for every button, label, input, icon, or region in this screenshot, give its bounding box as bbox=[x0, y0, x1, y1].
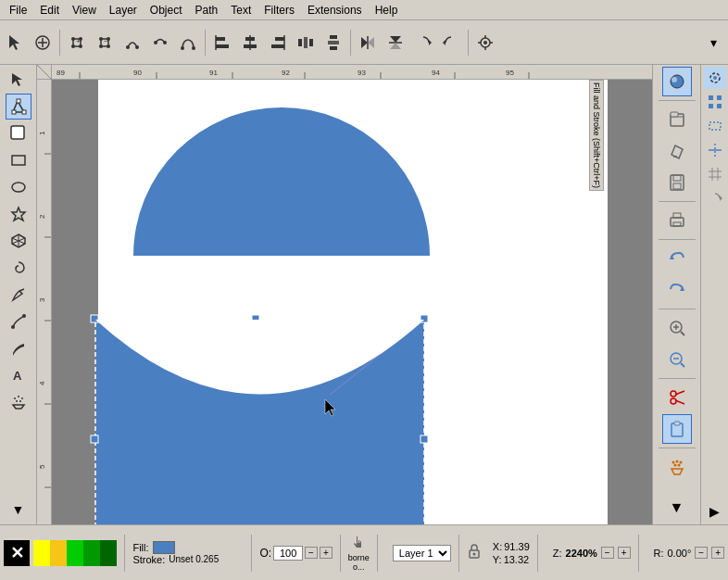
toolbar-align-right[interactable] bbox=[265, 30, 291, 56]
rp-clipboard[interactable] bbox=[662, 414, 692, 444]
toolbar-move-indicator[interactable] bbox=[30, 30, 56, 56]
svg-point-60 bbox=[18, 396, 19, 397]
opacity-input[interactable] bbox=[273, 546, 303, 561]
color-swatch[interactable] bbox=[100, 540, 117, 566]
menu-file[interactable]: File bbox=[4, 3, 32, 18]
snap-bbox-icon[interactable] bbox=[704, 115, 726, 137]
tool-ellipse[interactable] bbox=[6, 174, 31, 200]
tool-node-editor[interactable] bbox=[6, 94, 31, 120]
lock-icon[interactable] bbox=[467, 544, 482, 561]
rp-files[interactable] bbox=[662, 105, 692, 134]
y-label: Y: bbox=[493, 554, 502, 565]
rp-save[interactable] bbox=[662, 168, 692, 197]
color-palette[interactable] bbox=[33, 540, 117, 566]
fill-stroke-panel-tab[interactable]: Fill and Stroke (Shift+Ctrl+F) bbox=[589, 80, 604, 191]
rp-redo[interactable] bbox=[662, 275, 692, 305]
menu-path[interactable]: Path bbox=[190, 3, 224, 18]
tool-pen[interactable] bbox=[6, 309, 31, 334]
svg-point-135 bbox=[673, 464, 676, 467]
layer-select[interactable]: Layer 1 bbox=[393, 545, 451, 561]
rotation-minus[interactable]: − bbox=[695, 547, 708, 559]
toolbar-overflow[interactable]: ▾ bbox=[700, 30, 726, 56]
rp-scissors[interactable] bbox=[662, 383, 692, 412]
color-swatch[interactable] bbox=[50, 540, 67, 566]
menu-edit[interactable]: Edit bbox=[34, 3, 65, 18]
rotation-plus[interactable]: + bbox=[711, 547, 724, 559]
tool-calligraphy[interactable] bbox=[6, 335, 31, 361]
snap-nodes-icon[interactable] bbox=[704, 91, 726, 113]
rp-spray2[interactable] bbox=[662, 452, 692, 482]
snap-arrow-right[interactable]: ▶ bbox=[704, 500, 726, 523]
toolbar-flip-v[interactable] bbox=[383, 30, 408, 56]
layer-info: Layer 1 bbox=[393, 545, 451, 561]
opacity-plus[interactable]: + bbox=[320, 547, 333, 559]
tool-rectangle[interactable] bbox=[6, 147, 31, 173]
canvas[interactable]: Fill and Stroke (Shift+Ctrl+F) bbox=[52, 80, 652, 524]
menu-view[interactable]: View bbox=[67, 3, 102, 18]
rp-edit[interactable] bbox=[662, 136, 692, 166]
svg-point-13 bbox=[126, 45, 130, 49]
toolbar-node-curve[interactable] bbox=[175, 30, 201, 56]
menu-object[interactable]: Object bbox=[144, 3, 188, 18]
zoom-minus[interactable]: − bbox=[601, 547, 614, 559]
svg-drawing[interactable] bbox=[52, 80, 652, 524]
color-swatch[interactable] bbox=[83, 540, 100, 566]
tool-more[interactable]: ▼ bbox=[6, 497, 31, 523]
rp-undo[interactable] bbox=[662, 244, 692, 273]
toolbar-flip-h[interactable] bbox=[355, 30, 381, 56]
menu-text[interactable]: Text bbox=[225, 3, 257, 18]
coordinates-info: X: 91.39 Y: 13.32 bbox=[493, 541, 530, 565]
snap-rotation-icon[interactable] bbox=[704, 187, 726, 209]
tool-star[interactable] bbox=[6, 201, 31, 227]
transparent-color[interactable]: ✕ bbox=[4, 540, 30, 566]
svg-rect-33 bbox=[330, 46, 337, 50]
rp-zoom-out[interactable] bbox=[662, 345, 692, 374]
menu-filters[interactable]: Filters bbox=[258, 3, 300, 18]
fill-stroke-label: Fill and Stroke (Shift+Ctrl+F) bbox=[592, 82, 601, 188]
svg-marker-150 bbox=[720, 195, 722, 201]
toolbar-node-join[interactable] bbox=[119, 30, 145, 56]
zoom-plus[interactable]: + bbox=[618, 547, 631, 559]
rp-fill-stroke[interactable] bbox=[662, 67, 692, 96]
svg-text:3: 3 bbox=[38, 297, 46, 302]
toolbar-align-left[interactable] bbox=[209, 30, 235, 56]
fill-color-swatch[interactable] bbox=[153, 541, 175, 554]
menu-layer[interactable]: Layer bbox=[104, 3, 143, 18]
svg-point-61 bbox=[21, 397, 23, 399]
toolbar-distribute-v[interactable] bbox=[320, 30, 346, 56]
statusbar: ✕ Fill: Stroke: bbox=[0, 524, 728, 580]
toolbar-rotate-cw[interactable] bbox=[410, 30, 436, 56]
statusbar-sep4 bbox=[377, 535, 378, 572]
svg-text:4: 4 bbox=[38, 381, 46, 385]
snap-grid-icon[interactable] bbox=[704, 163, 726, 185]
toolbar-snap[interactable] bbox=[472, 30, 498, 56]
rp-arrow-down[interactable]: ▼ bbox=[662, 493, 692, 523]
svg-point-39 bbox=[483, 41, 487, 44]
toolbar-distribute-h[interactable] bbox=[293, 30, 319, 56]
toolbar-align-center[interactable] bbox=[237, 30, 263, 56]
rp-sep4 bbox=[659, 309, 696, 309]
tool-selector[interactable] bbox=[6, 67, 31, 93]
rp-zoom-in[interactable] bbox=[662, 313, 692, 343]
tool-zoom[interactable] bbox=[6, 120, 31, 146]
menu-extensions[interactable]: Extensions bbox=[302, 3, 368, 18]
snap-guide-icon[interactable] bbox=[704, 139, 726, 161]
tool-pencil[interactable] bbox=[6, 282, 31, 308]
color-swatch[interactable] bbox=[67, 540, 83, 566]
svg-point-2 bbox=[71, 37, 75, 41]
opacity-minus[interactable]: − bbox=[305, 547, 318, 559]
tool-spiral[interactable] bbox=[6, 255, 31, 281]
toolbar-select[interactable] bbox=[2, 30, 28, 56]
menu-help[interactable]: Help bbox=[370, 3, 404, 18]
tool-text[interactable]: A bbox=[6, 362, 31, 388]
toolbar-node-add[interactable]: + bbox=[64, 30, 90, 56]
color-swatch[interactable] bbox=[33, 540, 50, 566]
toolbar-node-break[interactable] bbox=[147, 30, 173, 56]
toolbar-node-delete[interactable]: − bbox=[92, 30, 118, 56]
toolbar-rotate-ccw[interactable] bbox=[438, 30, 464, 56]
tool-spray[interactable] bbox=[6, 389, 31, 415]
snap-toggle[interactable] bbox=[704, 67, 726, 89]
tool-3d-box[interactable] bbox=[6, 228, 31, 254]
x-mark: ✕ bbox=[10, 545, 24, 561]
rp-print[interactable] bbox=[662, 206, 692, 235]
